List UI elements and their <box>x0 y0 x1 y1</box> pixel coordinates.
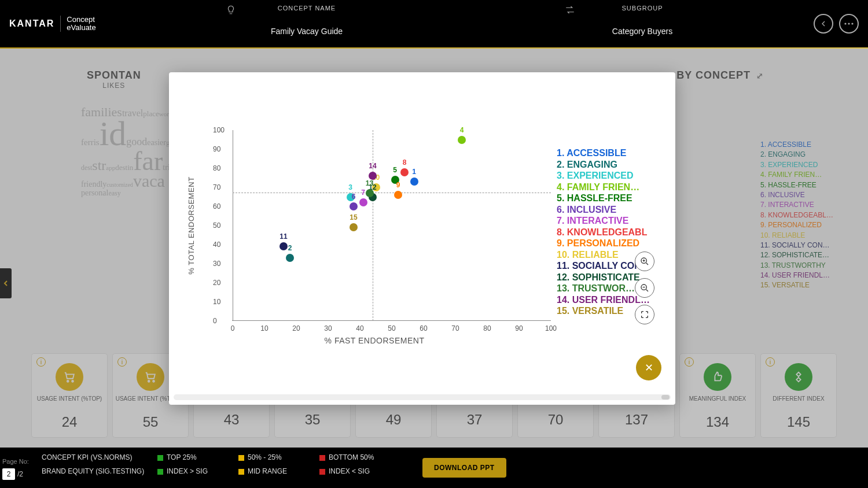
subgroup-label: SUBGROUP <box>556 5 729 12</box>
scatter-chart: % TOTAL ENDORSEMENT % FAST ENDORSEMENT 0… <box>198 130 551 321</box>
close-icon: ✕ <box>645 361 653 374</box>
y-tick: 80 <box>213 164 220 172</box>
legend-item[interactable]: 3. EXPERIENCED <box>557 170 650 182</box>
x-tick: 50 <box>388 324 395 332</box>
x-tick: 100 <box>545 324 557 332</box>
page-current[interactable]: 2 <box>2 468 15 480</box>
y-tick: 100 <box>213 126 225 134</box>
x-tick: 90 <box>515 324 523 332</box>
scatter-point[interactable] <box>369 172 377 180</box>
back-button[interactable] <box>814 14 833 34</box>
y-tick: 20 <box>213 279 220 287</box>
y-tick: 90 <box>213 145 220 153</box>
scatter-point-label: 7 <box>361 188 365 197</box>
x-tick: 70 <box>451 324 459 332</box>
header-actions <box>814 14 859 34</box>
scatter-point[interactable] <box>366 189 374 197</box>
y-tick: 30 <box>213 260 220 268</box>
scatter-point-label: 2 <box>288 244 292 252</box>
concept-value: Family Vacay Guide <box>220 27 393 36</box>
scatter-point-label: 3 <box>348 183 352 191</box>
scatter-point-label: 9 <box>396 181 400 189</box>
legend-item[interactable]: 2. ENGAGING <box>557 159 650 171</box>
scatter-point[interactable] <box>350 202 358 210</box>
scatter-point-label: 8 <box>403 158 407 167</box>
scatter-point[interactable] <box>394 191 402 199</box>
zoom-controls <box>635 252 654 324</box>
app-footer: Page No: 2 /2 CONCEPT KPI (VS.NORMS) TOP… <box>0 448 868 488</box>
brand-product-1: Concept <box>67 15 94 24</box>
foot-row1-b: 50% - 25% <box>238 453 308 461</box>
ref-line-horizontal <box>233 193 551 193</box>
x-axis-line <box>232 320 551 321</box>
x-tick: 30 <box>324 324 332 332</box>
scatter-point[interactable] <box>279 242 288 250</box>
y-tick: 70 <box>213 183 220 191</box>
page-controls: 2 /2 <box>2 468 23 480</box>
legend-item[interactable]: 5. HASSLE-FREE <box>557 193 650 204</box>
ref-line-vertical <box>373 130 373 321</box>
scatter-point-label: 14 <box>369 162 376 170</box>
legend-item[interactable]: 4. FAMILY FRIEN… <box>557 182 650 193</box>
legend-item[interactable]: 1. ACCESSIBLE <box>557 147 650 159</box>
concept-label: CONCEPT NAME <box>220 5 393 12</box>
foot-row1-a: TOP 25% <box>157 453 227 461</box>
svg-point-2 <box>851 23 853 24</box>
zoom-reset-button[interactable] <box>635 305 654 324</box>
page-total: /2 <box>17 470 23 478</box>
swatch-red-icon <box>319 469 325 475</box>
scatter-point-label: 11 <box>279 232 287 241</box>
foot-row1-label: CONCEPT KPI (VS.NORMS) <box>42 453 146 461</box>
x-tick: 10 <box>260 324 268 332</box>
legend-item[interactable]: 8. KNOWLEDGEABL <box>557 227 650 238</box>
svg-point-0 <box>844 23 846 24</box>
scatter-point-label: 13 <box>366 179 373 187</box>
foot-row2-b: MID RANGE <box>238 467 308 475</box>
app-header: KANTAR Concept eValuate CONCEPT NAME Fam… <box>0 0 868 47</box>
x-tick: 80 <box>483 324 491 332</box>
brand-product: Concept eValuate <box>60 16 95 32</box>
subgroup-column[interactable]: SUBGROUP Category Buyers <box>556 5 729 36</box>
y-tick: 0 <box>213 317 217 325</box>
swatch-green-icon <box>157 469 163 475</box>
scatter-point[interactable] <box>359 198 367 206</box>
scatter-point[interactable] <box>410 178 418 186</box>
brand-name: KANTAR <box>9 19 54 29</box>
more-button[interactable] <box>839 14 859 34</box>
foot-row2-c: INDEX < SIG <box>319 467 389 475</box>
x-axis-title: % FAST ENDORSEMENT <box>325 336 425 345</box>
scatter-point[interactable] <box>400 168 409 176</box>
svg-point-1 <box>848 23 849 24</box>
x-tick: 0 <box>231 324 235 332</box>
foot-row2-label: BRAND EQUITY (SIG.TESTING) <box>42 467 146 475</box>
scatter-point-label: 1 <box>412 168 416 176</box>
brand-product-2: eValuate <box>67 23 95 32</box>
x-tick: 60 <box>420 324 427 332</box>
scatter-point-label: 4 <box>460 126 464 134</box>
y-tick: 60 <box>213 202 220 210</box>
chart-modal: % TOTAL ENDORSEMENT % FAST ENDORSEMENT 0… <box>169 72 675 405</box>
footer-legend-grid: CONCEPT KPI (VS.NORMS) TOP 25% 50% - 25%… <box>42 453 389 475</box>
download-ppt-button[interactable]: DOWNLOAD PPT <box>422 458 506 478</box>
y-tick: 50 <box>213 221 220 230</box>
page-no-label: Page No: <box>2 458 29 465</box>
concept-column[interactable]: CONCEPT NAME Family Vacay Guide <box>220 5 393 36</box>
zoom-in-button[interactable] <box>635 252 654 271</box>
x-tick: 20 <box>292 324 300 332</box>
scatter-point[interactable] <box>458 136 466 144</box>
swatch-yellow-icon <box>238 469 244 475</box>
scatter-point-label: 6 <box>352 193 356 201</box>
swatch-yellow-icon <box>238 455 244 461</box>
legend-item[interactable]: 6. INCLUSIVE <box>557 204 650 216</box>
foot-row2-a: INDEX > SIG <box>157 467 227 475</box>
scatter-point[interactable] <box>350 223 358 231</box>
zoom-out-button[interactable] <box>635 278 654 298</box>
scatter-point[interactable] <box>286 254 294 262</box>
foot-row1-c: BOTTOM 50% <box>319 453 389 461</box>
close-modal-button[interactable]: ✕ <box>636 355 661 380</box>
legend-item[interactable]: 9. PERSONALIZED <box>557 238 650 249</box>
swatch-red-icon <box>319 455 325 461</box>
modal-scrollbar[interactable] <box>174 394 671 400</box>
y-tick: 10 <box>213 298 220 306</box>
legend-item[interactable]: 7. INTERACTIVE <box>557 215 650 227</box>
